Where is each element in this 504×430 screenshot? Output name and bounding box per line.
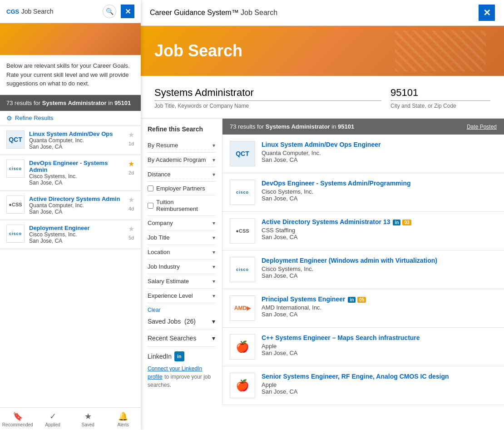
job-info: Deployment Engineer (Windows admin with … xyxy=(262,257,497,279)
banner-decoration xyxy=(395,30,486,71)
job-logo: AMD▶ xyxy=(230,295,255,321)
filter-item-job-industry[interactable]: Job Industry▾ xyxy=(148,260,215,274)
title-search-input[interactable] xyxy=(154,85,381,101)
mobile-job-company: Cisco Systems, Inc. xyxy=(29,173,124,180)
linkedin-icon: in xyxy=(174,351,184,361)
mobile-job-info: Active Directory Systems Admin Quanta Co… xyxy=(29,195,124,215)
job-title: C++ Systems Engineer – Maps Search infra… xyxy=(262,334,497,341)
nav-label: Saved xyxy=(82,422,94,427)
filter-item-by-academic-program[interactable]: By Academic Program▾ xyxy=(148,153,215,167)
job-company: Quanta Computer, Inc. xyxy=(262,150,497,156)
filter-item-company[interactable]: Company▾ xyxy=(148,216,215,230)
mobile-job-info: Deployment Engineer Cisco Systems, Inc. … xyxy=(29,225,124,244)
mobile-job-info: DevOps Engineer - Systems Admin Cisco Sy… xyxy=(29,160,124,186)
nav-item-applied[interactable]: ✓Applied xyxy=(35,408,71,430)
header-brand: Career Guidance System™ xyxy=(150,9,239,16)
job-card[interactable]: 🍎 C++ Systems Engineer – Maps Search inf… xyxy=(222,328,504,366)
mobile-job-days: 2d xyxy=(128,170,134,175)
job-card[interactable]: QCT Linux System Admin/Dev Ops Engineer … xyxy=(222,135,504,173)
job-card[interactable]: 🍎 Senior Systems Engineer, RF Engine, An… xyxy=(222,366,504,405)
nav-icon: ★ xyxy=(84,411,92,421)
filter-checkbox-input[interactable] xyxy=(148,185,153,191)
mobile-job-location: San Jose, CA xyxy=(29,144,124,150)
filter-chevron: ▾ xyxy=(212,264,215,270)
saved-jobs-label: Saved Jobs (26) xyxy=(148,318,196,325)
filter-item-distance[interactable]: Distance▾ xyxy=(148,167,215,182)
header-title: Career Guidance System™ Job Search xyxy=(150,9,277,17)
mobile-job-location: San Jose, CA xyxy=(29,180,124,186)
filter-chevron: ▾ xyxy=(212,249,215,255)
mobile-job-logo: cisco xyxy=(6,160,25,178)
title-search-field: Job Title, Keywords or Company Name xyxy=(154,85,381,109)
star-button[interactable]: ★ xyxy=(128,195,134,204)
filter-item-experience-level[interactable]: Experience Level▾ xyxy=(148,289,215,303)
date-posted-sort[interactable]: Date Posted xyxy=(467,124,497,130)
job-title: DevOps Engineer - Systems Admin/Programm… xyxy=(262,180,497,187)
mobile-job-card[interactable]: cisco Deployment Engineer Cisco Systems,… xyxy=(0,220,141,249)
job-title: Linux System Admin/Dev Ops Engineer xyxy=(262,141,497,148)
job-title: Active Directory Systems Administrator 1… xyxy=(262,218,497,225)
refine-results-button[interactable]: ⚙ Refine Results xyxy=(0,111,141,126)
nav-item-recommended[interactable]: 🔖Recommended xyxy=(0,408,35,430)
mobile-close-button[interactable]: ✕ xyxy=(121,5,134,18)
mobile-results-term: Systems Administrator xyxy=(42,100,107,106)
header-job-search: Job Search xyxy=(241,9,277,16)
star-button[interactable]: ★ xyxy=(128,225,134,233)
job-location: San Jose, CA xyxy=(262,234,497,240)
mobile-job-card[interactable]: cisco DevOps Engineer - Systems Admin Ci… xyxy=(0,155,141,191)
job-card[interactable]: cisco Deployment Engineer (Windows admin… xyxy=(222,250,504,289)
job-card[interactable]: ●CSS Active Directory Systems Administra… xyxy=(222,212,504,250)
nav-label: Applied xyxy=(45,422,60,427)
mobile-header-icons: 🔍 ✕ xyxy=(103,5,134,18)
star-button[interactable]: ★ xyxy=(128,160,134,168)
mobile-brand-title: CGS Job Search xyxy=(6,7,53,15)
saved-jobs-row[interactable]: Saved Jobs (26) ▾ xyxy=(148,313,215,330)
location-search-input[interactable] xyxy=(390,85,490,101)
mobile-job-days: 1d xyxy=(128,141,134,146)
linkedin-connect: Connect your LinkedIn profile to improve… xyxy=(148,364,215,389)
results-area: Refine this Search By Resume▾By Academic… xyxy=(141,119,504,405)
job-company: Cisco Systems, Inc. xyxy=(262,188,497,195)
filter-chevron: ▾ xyxy=(212,293,215,299)
nav-item-alerts[interactable]: 🔔Alerts xyxy=(106,408,141,430)
mobile-job-card[interactable]: QCT Linux System Admin/Dev Ops Quanta Co… xyxy=(0,126,141,155)
recent-searches-row[interactable]: Recent Searches ▾ xyxy=(148,330,215,347)
filter-item-salary-estimate[interactable]: Salary Estimate▾ xyxy=(148,274,215,289)
star-button[interactable]: ★ xyxy=(128,130,134,139)
nav-icon: 🔖 xyxy=(13,411,23,421)
main-window: Career Guidance System™ Job Search ✕ Job… xyxy=(141,0,504,430)
filter-items-container: By Resume▾By Academic Program▾Distance▾E… xyxy=(148,138,215,303)
mobile-job-title: Active Directory Systems Admin xyxy=(29,195,124,202)
job-company: Apple xyxy=(262,381,497,388)
job-logo: 🍎 xyxy=(230,334,255,360)
filter-chevron: ▾ xyxy=(212,220,215,226)
nav-item-saved[interactable]: ★Saved xyxy=(70,408,106,430)
job-title: Senior Systems Engineer, RF Engine, Anal… xyxy=(262,373,497,380)
location-search-label: City and State, or Zip Code xyxy=(390,103,490,109)
results-count: 73 xyxy=(230,123,236,130)
job-location: San Jose, CA xyxy=(262,311,497,318)
mobile-job-location: San Jose, CA xyxy=(29,238,124,244)
mobile-job-company: Cisco Systems, Inc. xyxy=(29,231,124,238)
job-card[interactable]: cisco DevOps Engineer - Systems Admin/Pr… xyxy=(222,173,504,212)
results-prefix: results for xyxy=(238,123,264,130)
nav-icon: 🔔 xyxy=(118,411,128,421)
job-card[interactable]: AMD▶ Principal Systems Engineerin05 AMD … xyxy=(222,289,504,328)
clear-link[interactable]: Clear xyxy=(148,307,215,313)
job-info: Active Directory Systems Administrator 1… xyxy=(262,218,497,240)
job-logo: cisco xyxy=(230,257,255,282)
main-banner: Job Search xyxy=(141,26,504,76)
linkedin-badge: in xyxy=(348,297,356,303)
refine-label: Refine Results xyxy=(15,115,54,121)
main-close-button[interactable]: ✕ xyxy=(479,5,495,21)
mobile-job-card[interactable]: ●CSS Active Directory Systems Admin Quan… xyxy=(0,191,141,220)
filter-item-by-resume[interactable]: By Resume▾ xyxy=(148,138,215,153)
mobile-search-button[interactable]: 🔍 xyxy=(103,5,116,18)
filter-chevron: ▾ xyxy=(212,157,215,163)
filter-checkbox-input[interactable] xyxy=(148,203,153,209)
mobile-job-title: DevOps Engineer - Systems Admin xyxy=(29,160,124,173)
filter-item-location[interactable]: Location▾ xyxy=(148,245,215,260)
filter-chevron: ▾ xyxy=(212,142,215,149)
refine-icon: ⚙ xyxy=(6,115,12,122)
filter-item-job-title[interactable]: Job Title▾ xyxy=(148,230,215,245)
